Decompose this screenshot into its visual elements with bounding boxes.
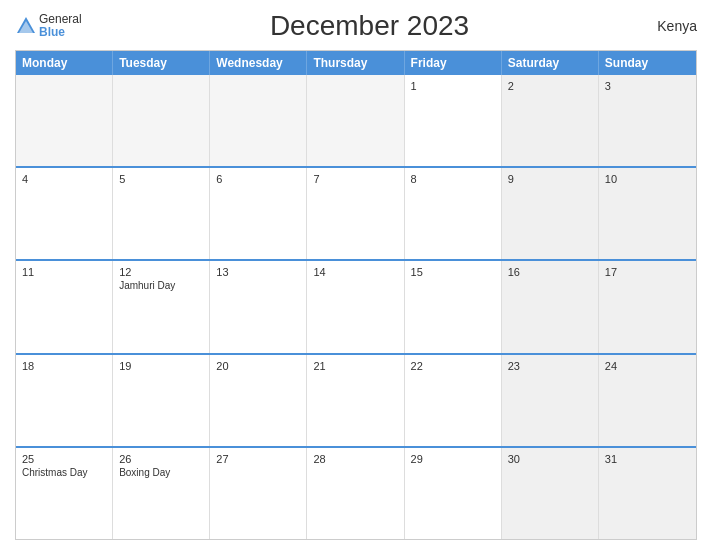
cal-cell: 14 [307,261,404,352]
cal-cell: 3 [599,75,696,166]
header-day-thursday: Thursday [307,51,404,75]
day-number: 20 [216,360,300,372]
cal-cell: 21 [307,355,404,446]
day-number: 23 [508,360,592,372]
day-number: 11 [22,266,106,278]
day-number: 6 [216,173,300,185]
day-number: 3 [605,80,690,92]
day-event: Jamhuri Day [119,280,203,291]
cal-cell: 2 [502,75,599,166]
day-number: 10 [605,173,690,185]
day-number: 15 [411,266,495,278]
cal-cell: 24 [599,355,696,446]
day-number: 5 [119,173,203,185]
calendar: MondayTuesdayWednesdayThursdayFridaySatu… [15,50,697,540]
cal-cell: 19 [113,355,210,446]
cal-cell [210,75,307,166]
cal-cell: 12Jamhuri Day [113,261,210,352]
day-number: 17 [605,266,690,278]
cal-cell: 18 [16,355,113,446]
logo: General Blue [15,13,82,39]
header-day-sunday: Sunday [599,51,696,75]
logo-line2: Blue [39,26,82,39]
cal-cell: 28 [307,448,404,539]
day-number: 29 [411,453,495,465]
day-number: 13 [216,266,300,278]
day-number: 8 [411,173,495,185]
header-day-friday: Friday [405,51,502,75]
day-number: 16 [508,266,592,278]
cal-cell: 1 [405,75,502,166]
day-number: 2 [508,80,592,92]
day-number: 22 [411,360,495,372]
cal-cell: 27 [210,448,307,539]
day-number: 18 [22,360,106,372]
header-day-tuesday: Tuesday [113,51,210,75]
cal-cell: 7 [307,168,404,259]
cal-cell: 6 [210,168,307,259]
day-number: 9 [508,173,592,185]
week-row-1: 45678910 [16,168,696,261]
day-event: Boxing Day [119,467,203,478]
header-day-saturday: Saturday [502,51,599,75]
cal-cell: 26Boxing Day [113,448,210,539]
page: General Blue December 2023 Kenya MondayT… [0,0,712,550]
cal-cell: 16 [502,261,599,352]
cal-cell [113,75,210,166]
day-number: 12 [119,266,203,278]
cal-cell: 11 [16,261,113,352]
week-row-2: 1112Jamhuri Day1314151617 [16,261,696,354]
day-number: 24 [605,360,690,372]
week-row-4: 25Christmas Day26Boxing Day2728293031 [16,448,696,539]
cal-cell: 15 [405,261,502,352]
cal-cell: 30 [502,448,599,539]
cal-cell: 10 [599,168,696,259]
cal-cell: 5 [113,168,210,259]
cal-cell: 13 [210,261,307,352]
cal-cell: 4 [16,168,113,259]
cal-cell: 17 [599,261,696,352]
day-number: 28 [313,453,397,465]
header: General Blue December 2023 Kenya [15,10,697,42]
cal-cell [16,75,113,166]
day-number: 26 [119,453,203,465]
day-number: 7 [313,173,397,185]
day-number: 1 [411,80,495,92]
day-number: 14 [313,266,397,278]
day-number: 25 [22,453,106,465]
day-number: 19 [119,360,203,372]
calendar-header: MondayTuesdayWednesdayThursdayFridaySatu… [16,51,696,75]
day-number: 27 [216,453,300,465]
day-number: 21 [313,360,397,372]
cal-cell: 20 [210,355,307,446]
cal-cell: 22 [405,355,502,446]
day-number: 4 [22,173,106,185]
header-day-wednesday: Wednesday [210,51,307,75]
cal-cell: 25Christmas Day [16,448,113,539]
page-title: December 2023 [270,10,469,42]
logo-icon [15,15,37,37]
cal-cell: 9 [502,168,599,259]
cal-cell: 23 [502,355,599,446]
calendar-body: 123456789101112Jamhuri Day13141516171819… [16,75,696,539]
cal-cell [307,75,404,166]
week-row-0: 123 [16,75,696,168]
cal-cell: 8 [405,168,502,259]
logo-text: General Blue [39,13,82,39]
country-label: Kenya [657,18,697,34]
cal-cell: 29 [405,448,502,539]
day-number: 30 [508,453,592,465]
day-event: Christmas Day [22,467,106,478]
week-row-3: 18192021222324 [16,355,696,448]
header-day-monday: Monday [16,51,113,75]
day-number: 31 [605,453,690,465]
cal-cell: 31 [599,448,696,539]
